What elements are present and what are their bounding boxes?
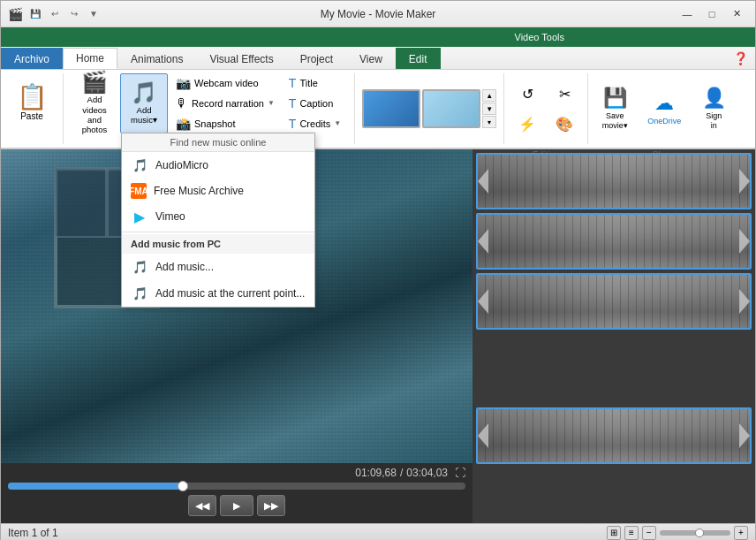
clip-2[interactable] (476, 213, 752, 270)
tab-visual-effects[interactable]: Visual Effects (196, 48, 286, 69)
help-icon[interactable]: ❓ (733, 51, 748, 65)
prev-btn[interactable]: ◀◀ (188, 495, 216, 516)
quick-access-toolbar: 💾 ↩ ↪ ▼ (26, 5, 102, 23)
webcam-icon: 📷 (176, 76, 191, 90)
title-bar: 🎬 💾 ↩ ↪ ▼ My Movie - Movie Maker — □ ✕ (1, 1, 755, 27)
dropdown-item-add-music[interactable]: 🎵 Add music... (122, 254, 314, 280)
audiomicro-icon: 🎵 (131, 156, 148, 174)
clip-1[interactable] (476, 153, 752, 209)
ribbon-group-automovie: ▲ ▼ ▾ AutoMovie themes (355, 73, 504, 144)
add-music-dropdown: Find new music online 🎵 AudioMicro FMA F… (121, 133, 315, 308)
timeline-content (472, 149, 755, 523)
play-btn[interactable]: ▶ (220, 495, 253, 516)
tab-view[interactable]: View (346, 48, 396, 69)
progress-bar[interactable] (8, 483, 465, 490)
webcam-btn[interactable]: 📷 Webcam video (170, 73, 281, 93)
dropdown-header-online: Find new music online (122, 133, 314, 152)
sign-in-icon: 👤 (702, 87, 726, 110)
ribbon-title-col: T Title T Caption T Credits ▼ (283, 73, 347, 133)
theme-thumb-1[interactable] (362, 89, 420, 128)
title-bar-left: 🎬 💾 ↩ ↪ ▼ (8, 5, 102, 23)
time-display: 01:09,68 / 03:04,03 ⛶ (4, 467, 469, 479)
dropdown-item-free-music[interactable]: FMA Free Music Archive (122, 179, 314, 203)
zoom-handle[interactable] (695, 529, 704, 537)
view-toggle-1[interactable]: ⊞ (607, 526, 621, 540)
view-toggle-2[interactable]: ≡ (624, 526, 639, 540)
ribbon-right-col: 📷 Webcam video 🎙 Record narration ▼ 📸 Sn… (170, 73, 281, 133)
title-icon: T (289, 76, 297, 90)
sign-in-button[interactable]: 👤 Signin (691, 79, 737, 139)
credits-icon: T (289, 117, 297, 131)
clip-arrow-right-4 (739, 423, 750, 448)
window-title: My Movie - Movie Maker (321, 8, 436, 20)
qa-dropdown-btn[interactable]: ▼ (85, 5, 102, 23)
ribbon-tabs: Archivo Home Animations Visual Effects P… (1, 47, 755, 70)
dropdown-item-vimeo[interactable]: ▶ Vimeo (122, 203, 314, 230)
credits-btn[interactable]: T Credits ▼ (283, 114, 347, 133)
theme-thumb-2[interactable] (422, 89, 480, 128)
caption-icon: T (289, 96, 297, 110)
zoom-out-btn[interactable]: − (642, 526, 656, 540)
window-controls: — □ ✕ (676, 5, 748, 23)
clip-arrow-left-1 (478, 169, 488, 194)
ribbon-group-clipboard: 📋 Paste Clipboard (1, 73, 64, 144)
add-videos-icon: 🎬 (81, 72, 108, 93)
editing-btn-3[interactable]: ⚡ (510, 110, 545, 138)
clip-arrow-right-1 (739, 169, 750, 194)
clip-arrow-right-3 (739, 289, 750, 314)
clip-arrow-left-2 (478, 229, 488, 254)
onedrive-button[interactable]: ☁ OneDrive (641, 79, 687, 139)
tab-home[interactable]: Home (63, 48, 117, 69)
narration-icon: 🎙 (176, 96, 188, 110)
narration-arrow: ▼ (268, 99, 275, 107)
progress-handle[interactable] (178, 481, 188, 491)
themes-arrow-up[interactable]: ▲ (482, 89, 496, 102)
title-btn[interactable]: T Title (283, 73, 347, 93)
snapshot-btn[interactable]: 📸 Snapshot (170, 114, 281, 133)
narration-btn[interactable]: 🎙 Record narration ▼ (170, 94, 281, 113)
tab-animations[interactable]: Animations (117, 48, 196, 69)
playback-controls: ◀◀ ▶ ▶▶ (4, 495, 469, 520)
next-btn[interactable]: ▶▶ (257, 495, 285, 516)
add-music-button[interactable]: 🎵 Addmusic▾ Find new music online 🎵 Audi… (120, 73, 168, 133)
rotate-left-icon: ↺ (522, 86, 533, 103)
save-quick-btn[interactable]: 💾 (26, 5, 44, 23)
status-text: Item 1 of 1 (8, 527, 58, 539)
minimize-btn[interactable]: — (676, 5, 699, 23)
editing-btn-4[interactable]: 🎨 (547, 110, 582, 138)
paste-icon: 📋 (17, 85, 48, 110)
add-music-point-icon: 🎵 (131, 285, 148, 302)
clip-3[interactable] (476, 273, 752, 330)
redo-btn[interactable]: ↪ (65, 5, 83, 23)
close-btn[interactable]: ✕ (725, 5, 748, 23)
main-content: 01:09,68 / 03:04,03 ⛶ ◀◀ ▶ ▶▶ (1, 149, 755, 523)
tab-archivo[interactable]: Archivo (1, 48, 63, 69)
clip-spacer (476, 333, 752, 404)
editing-btn-1[interactable]: ↺ (510, 80, 545, 108)
zoom-in-btn[interactable]: + (734, 526, 748, 540)
add-videos-button[interactable]: 🎬 Add videosand photos (71, 73, 118, 133)
tab-project[interactable]: Project (287, 48, 346, 69)
dropdown-item-add-music-point[interactable]: 🎵 Add music at the current point... (122, 280, 314, 307)
video-tools-bar: Video Tools (1, 27, 755, 47)
tab-edit[interactable]: Edit (396, 48, 441, 69)
themes-scroll: ▲ ▼ ▾ (482, 89, 496, 128)
maximize-btn[interactable]: □ (700, 5, 723, 23)
clip-4[interactable] (476, 407, 752, 464)
caption-btn[interactable]: T Caption (283, 94, 347, 113)
zoom-slider[interactable] (660, 530, 730, 536)
video-tools-label: Video Tools (501, 27, 578, 47)
time-total: 03:04,03 (406, 467, 448, 479)
themes-arrow-more[interactable]: ▾ (482, 116, 496, 128)
paste-button[interactable]: 📋 Paste (8, 73, 56, 133)
dropdown-item-audiomicro[interactable]: 🎵 AudioMicro (122, 152, 314, 179)
fullscreen-btn[interactable]: ⛶ (455, 467, 465, 479)
add-music-icon: 🎵 (131, 258, 148, 276)
status-right: ⊞ ≡ − + (607, 526, 748, 540)
editing-btn-2[interactable]: ✂ (547, 80, 582, 108)
snapshot-icon: 📸 (176, 117, 191, 131)
save-movie-icon: 💾 (603, 87, 627, 110)
undo-btn[interactable]: ↩ (46, 5, 64, 23)
save-movie-button[interactable]: 💾 Savemovie▾ (592, 79, 638, 139)
themes-arrow-down[interactable]: ▼ (482, 103, 496, 115)
